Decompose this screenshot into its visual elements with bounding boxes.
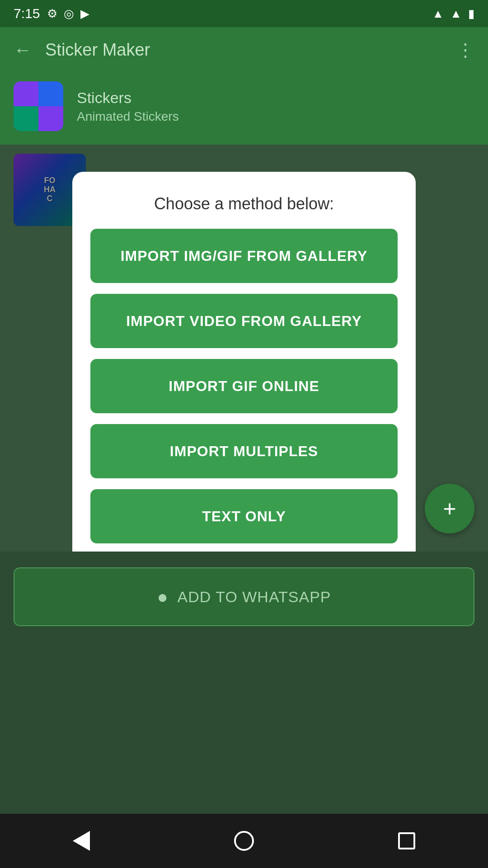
app-icon <box>14 81 63 131</box>
nav-back-button[interactable] <box>54 823 108 859</box>
text-only-button[interactable]: TEXT ONLY <box>90 489 398 543</box>
app-name: Stickers <box>77 89 179 107</box>
more-options-button[interactable]: ⋮ <box>456 39 474 60</box>
status-icons-left: ⚙ ◎ ▶ <box>47 7 89 21</box>
import-video-label: IMPORT VIDEO FROM GALLERY <box>126 313 362 330</box>
back-button[interactable]: ← <box>14 40 32 60</box>
status-bar-left: 7:15 ⚙ ◎ ▶ <box>14 6 89 21</box>
app-info-section: Stickers Animated Stickers <box>0 72 488 145</box>
import-img-gif-button[interactable]: IMPORT IMG/GIF FROM GALLERY <box>90 229 398 283</box>
app-icon-graphic <box>14 81 63 131</box>
import-multiples-button[interactable]: IMPORT MULTIPLES <box>90 424 398 478</box>
icon-quadrant-1 <box>14 81 38 106</box>
icon-quadrant-3 <box>14 106 38 131</box>
status-bar: 7:15 ⚙ ◎ ▶ ▲ ▲ ▮ <box>0 0 488 27</box>
background-content: FO HA C Choose a method below: IMPORT IM… <box>0 145 488 552</box>
import-img-gif-label: IMPORT IMG/GIF FROM GALLERY <box>121 248 368 264</box>
settings-icon: ⚙ <box>47 7 57 21</box>
top-bar: ← Sticker Maker ⋮ <box>0 27 488 72</box>
icon-quadrant-4 <box>38 106 63 131</box>
whatsapp-icon: ● <box>157 587 168 607</box>
import-multiples-label: IMPORT MULTIPLES <box>170 443 318 460</box>
battery-icon: ▮ <box>468 7 474 21</box>
home-nav-icon <box>234 831 254 851</box>
recent-nav-icon <box>398 832 415 849</box>
add-to-whatsapp-label: ADD TO WHATSAPP <box>178 588 331 606</box>
import-gif-online-button[interactable]: IMPORT GIF ONLINE <box>90 359 398 413</box>
icon-quadrant-2 <box>38 81 63 106</box>
bottom-nav <box>0 814 488 868</box>
wifi-icon: ▲ <box>432 7 444 21</box>
location-icon: ◎ <box>64 7 74 21</box>
text-only-label: TEXT ONLY <box>202 508 286 525</box>
app-subtitle: Animated Stickers <box>77 109 179 124</box>
signal-icon: ▲ <box>450 7 462 21</box>
fab-add-button[interactable]: + <box>425 484 474 533</box>
import-gif-online-label: IMPORT GIF ONLINE <box>169 378 319 395</box>
nav-recent-button[interactable] <box>380 823 434 859</box>
page-title: Sticker Maker <box>45 40 443 60</box>
app-info-text: Stickers Animated Stickers <box>77 89 179 124</box>
youtube-icon: ▶ <box>80 7 89 21</box>
modal-title: Choose a method below: <box>90 194 398 213</box>
import-video-button[interactable]: IMPORT VIDEO FROM GALLERY <box>90 294 398 348</box>
nav-home-button[interactable] <box>217 823 271 859</box>
fab-plus-icon: + <box>443 495 456 522</box>
modal-overlay: Choose a method below: IMPORT IMG/GIF FR… <box>0 145 488 552</box>
modal-dialog: Choose a method below: IMPORT IMG/GIF FR… <box>72 172 416 566</box>
back-nav-icon <box>73 831 90 851</box>
status-bar-right: ▲ ▲ ▮ <box>432 7 474 21</box>
status-time: 7:15 <box>14 6 40 21</box>
add-to-whatsapp-button[interactable]: ● ADD TO WHATSAPP <box>14 567 474 626</box>
